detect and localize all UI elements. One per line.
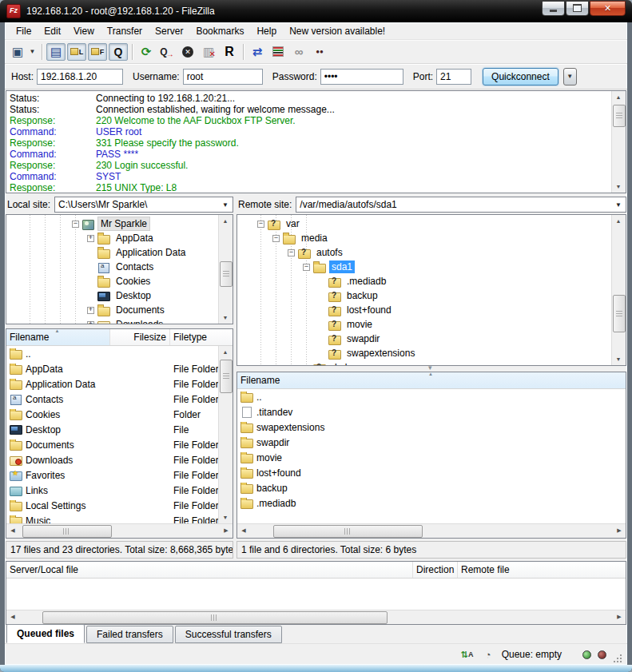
remote-file-row[interactable]: swapdir bbox=[237, 435, 626, 450]
remote-file-row[interactable]: movie bbox=[237, 450, 626, 465]
port-input[interactable] bbox=[436, 69, 471, 85]
local-file-row[interactable]: Cookies Folder bbox=[6, 407, 233, 422]
local-tree-item[interactable]: Desktop bbox=[11, 288, 219, 303]
close-button[interactable] bbox=[590, 1, 626, 16]
scroll-up-icon[interactable]: ▲ bbox=[219, 215, 232, 227]
tree-expander[interactable] bbox=[72, 221, 79, 228]
local-file-row[interactable]: Documents File Folder bbox=[6, 437, 233, 452]
queue-hscrollbar[interactable]: ◀ ▶ bbox=[6, 610, 626, 624]
menu-bookmarks[interactable]: Bookmarks bbox=[189, 24, 250, 38]
site-manager-dropdown[interactable]: ▼ bbox=[27, 43, 38, 61]
menu-file[interactable]: File bbox=[10, 24, 38, 38]
local-file-row[interactable]: .. bbox=[6, 346, 233, 361]
menu-server[interactable]: Server bbox=[149, 24, 189, 38]
scroll-up-icon[interactable]: ▲ bbox=[219, 346, 232, 358]
remote-tree-item[interactable]: .mediadb bbox=[242, 274, 612, 288]
tab-failed-transfers[interactable]: Failed transfers bbox=[86, 626, 173, 643]
remote-file-row[interactable]: lost+found bbox=[237, 465, 626, 480]
quickconnect-dropdown[interactable]: ▼ bbox=[563, 68, 577, 85]
remote-tree-item[interactable]: media bbox=[242, 231, 612, 245]
scroll-left-icon[interactable]: ◀ bbox=[6, 524, 19, 537]
column-header-direction[interactable]: Direction bbox=[413, 562, 458, 578]
local-file-row[interactable]: Application Data File Folder bbox=[6, 376, 233, 392]
local-file-row[interactable]: Local Settings File Folder bbox=[6, 498, 233, 513]
resize-grip[interactable] bbox=[613, 654, 622, 663]
minimize-button[interactable] bbox=[542, 1, 565, 16]
remote-tree-item[interactable]: autofs bbox=[242, 245, 612, 260]
local-tree-item[interactable]: Cookies bbox=[11, 274, 219, 288]
scroll-thumb[interactable] bbox=[220, 261, 233, 287]
scroll-right-icon[interactable]: ▶ bbox=[220, 524, 233, 537]
menu-edit[interactable]: Edit bbox=[38, 24, 67, 38]
local-list-hscrollbar[interactable]: ◀ ▶ bbox=[6, 523, 233, 538]
scroll-down-icon[interactable]: ▼ bbox=[219, 511, 232, 523]
refresh-icon[interactable] bbox=[137, 43, 156, 61]
find-files-icon[interactable] bbox=[310, 43, 329, 61]
scroll-down-icon[interactable]: ▼ bbox=[612, 181, 625, 193]
tree-expander[interactable] bbox=[303, 264, 310, 271]
local-file-row[interactable]: Favorites File Folder bbox=[6, 467, 233, 483]
remote-file-row[interactable]: .. bbox=[237, 389, 626, 404]
local-list-scrollbar[interactable]: ▲ ▼ bbox=[218, 346, 233, 523]
quickconnect-button[interactable]: Quickconnect bbox=[483, 68, 558, 85]
local-file-row[interactable]: Downloads File Folder bbox=[6, 452, 233, 467]
local-tree-item[interactable]: AppData bbox=[11, 231, 219, 245]
local-tree-toggle-icon[interactable] bbox=[67, 43, 86, 61]
password-input[interactable] bbox=[320, 69, 403, 85]
remote-tree-item[interactable]: backup bbox=[242, 288, 612, 303]
scroll-thumb[interactable] bbox=[42, 611, 388, 624]
local-tree-item[interactable]: Contacts bbox=[11, 260, 219, 274]
remote-tree-item[interactable]: lost+found bbox=[242, 303, 612, 317]
local-file-row[interactable]: Desktop File bbox=[6, 422, 233, 437]
disconnect-icon[interactable] bbox=[199, 43, 218, 61]
remote-tree-item[interactable]: swapdir bbox=[242, 332, 612, 346]
remote-file-row[interactable]: swapextensions bbox=[237, 420, 626, 435]
column-header-local-file[interactable]: Server/Local file bbox=[6, 562, 413, 578]
directory-comparison-icon[interactable] bbox=[248, 43, 267, 61]
tree-expander[interactable] bbox=[257, 221, 264, 228]
sync-browsing-icon[interactable] bbox=[289, 43, 308, 61]
tab-queued-files[interactable]: Queued files bbox=[6, 624, 85, 643]
tree-expander[interactable] bbox=[87, 307, 94, 314]
local-tree-item[interactable]: Application Data bbox=[11, 245, 219, 260]
scroll-thumb[interactable] bbox=[613, 105, 626, 127]
scroll-up-icon[interactable]: ▲ bbox=[612, 91, 625, 103]
remote-site-combo[interactable]: /var/media/autofs/sda1 bbox=[296, 197, 626, 213]
remote-tree-item[interactable]: var bbox=[242, 217, 612, 231]
scroll-right-icon[interactable]: ▶ bbox=[613, 524, 626, 537]
scroll-right-icon[interactable]: ▶ bbox=[613, 610, 626, 623]
tab-successful-transfers[interactable]: Successful transfers bbox=[175, 626, 282, 643]
site-manager-icon[interactable] bbox=[8, 43, 27, 61]
local-file-row[interactable]: AppData File Folder bbox=[6, 361, 233, 376]
process-queue-icon[interactable] bbox=[157, 43, 177, 61]
maximize-button[interactable] bbox=[566, 1, 589, 16]
local-tree-item[interactable]: Mr Sparkle bbox=[11, 217, 219, 231]
cancel-icon[interactable] bbox=[178, 43, 197, 61]
scroll-thumb[interactable] bbox=[22, 525, 112, 538]
transfer-type-icon[interactable] bbox=[460, 648, 475, 661]
local-tree-item[interactable]: Downloads bbox=[11, 317, 219, 324]
remote-tree-item[interactable]: movie bbox=[242, 317, 612, 332]
scroll-left-icon[interactable]: ◀ bbox=[237, 524, 250, 537]
log-scrollbar[interactable]: ▲ ▼ bbox=[611, 91, 626, 193]
menu-help[interactable]: Help bbox=[250, 24, 283, 38]
tree-expander[interactable] bbox=[87, 321, 94, 324]
scroll-thumb[interactable] bbox=[220, 360, 233, 393]
column-header-remote-file[interactable]: Remote file bbox=[458, 562, 626, 578]
host-input[interactable] bbox=[37, 69, 123, 85]
tree-expander[interactable] bbox=[288, 249, 295, 256]
local-tree-scrollbar[interactable]: ▲ ▼ bbox=[218, 215, 233, 324]
remote-tree-item[interactable]: swapextensions bbox=[242, 346, 612, 360]
remote-splitter[interactable] bbox=[237, 366, 626, 372]
remote-tree-toggle-icon[interactable] bbox=[88, 43, 107, 61]
menu-new-version[interactable]: New version available! bbox=[283, 24, 392, 38]
message-log-toggle-icon[interactable] bbox=[46, 43, 66, 61]
queue-toggle-icon[interactable] bbox=[109, 43, 128, 61]
username-input[interactable] bbox=[183, 69, 263, 85]
column-header-filetype[interactable]: Filetype bbox=[170, 329, 233, 345]
local-site-combo[interactable]: C:\Users\Mr Sparkle\ bbox=[54, 197, 233, 213]
menu-view[interactable]: View bbox=[67, 24, 101, 38]
local-file-row[interactable]: Links File Folder bbox=[6, 483, 233, 498]
scroll-down-icon[interactable]: ▼ bbox=[612, 353, 625, 365]
remote-tree-scrollbar[interactable]: ▲ ▼ bbox=[611, 215, 626, 365]
